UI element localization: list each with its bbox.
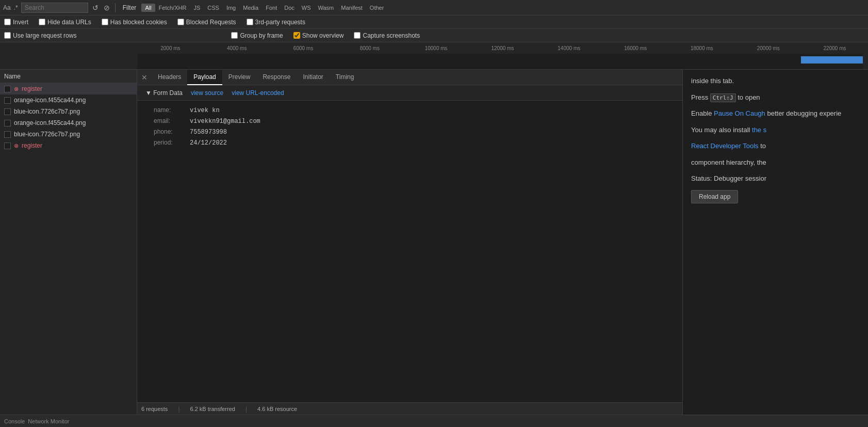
request-items: ⊗registerorange-icon.f455ca44.pngblue-ic… — [0, 83, 137, 415]
view-url-encoded-link[interactable]: view URL-encoded — [232, 89, 284, 97]
filter-type-css[interactable]: CSS — [204, 4, 223, 12]
timeline-label: 22000 ms — [801, 45, 868, 51]
request-item[interactable]: orange-icon.f455ca44.png — [0, 94, 137, 106]
form-data-rows: name: vivek knemail: vivekkn91@gmail.com… — [137, 101, 682, 152]
request-name: blue-icon.7726c7b7.png — [14, 108, 80, 115]
view-source-link[interactable]: view source — [191, 89, 223, 97]
filter-type-fetch/xhr[interactable]: Fetch/XHR — [155, 4, 190, 12]
use-large-rows-label: Use large request rows — [13, 32, 76, 39]
tab-headers[interactable]: Headers — [152, 70, 187, 85]
use-large-rows-checkbox[interactable] — [4, 32, 11, 39]
request-item[interactable]: ⊗register — [0, 83, 137, 94]
tab-close-button[interactable]: ✕ — [137, 72, 152, 83]
filter-type-wasm[interactable]: Wasm — [315, 4, 338, 12]
aa-label: Aa — [3, 4, 11, 11]
has-blocked-cookies-label: Has blocked cookies — [110, 19, 167, 26]
third-party-label: 3rd-party requests — [255, 19, 305, 26]
form-value: 24/12/2022 — [190, 139, 227, 147]
timeline-container: 2000 ms4000 ms6000 ms8000 ms10000 ms1200… — [0, 42, 868, 70]
timeline-label: 8000 ms — [336, 45, 403, 51]
request-checkbox[interactable] — [4, 97, 11, 104]
request-item[interactable]: blue-icon.7726c7b7.png — [0, 106, 137, 117]
form-value: vivekkn91@gmail.com — [190, 118, 260, 125]
error-icon: ⊗ — [14, 86, 19, 92]
tab-response[interactable]: Response — [256, 70, 297, 85]
react-link[interactable]: the s — [752, 126, 766, 134]
filter-type-media[interactable]: Media — [239, 4, 262, 12]
filter-type-manifest[interactable]: Manifest — [337, 4, 366, 12]
hide-data-urls-checkbox[interactable] — [39, 19, 45, 25]
invert-checkbox[interactable] — [4, 19, 11, 25]
form-key: period: — [154, 139, 190, 146]
form-data-row: name: vivek kn — [137, 105, 682, 116]
pause-on-caught-link[interactable]: Pause On Caugh — [714, 109, 765, 117]
filter-type-ws[interactable]: WS — [298, 4, 315, 12]
group-by-frame-checkbox[interactable] — [231, 32, 238, 39]
use-large-rows-checkbox-label[interactable]: Use large request rows — [4, 32, 76, 39]
timeline-label: 2000 ms — [137, 45, 204, 51]
form-data-toggle[interactable]: ▼ Form Data — [145, 89, 183, 97]
invert-label: Invert — [13, 19, 28, 26]
tab-preview[interactable]: Preview — [222, 70, 257, 85]
form-value: 7558973998 — [190, 129, 227, 136]
capture-screenshots-checkbox[interactable] — [354, 32, 361, 39]
hide-data-urls-checkbox-label[interactable]: Hide data URLs — [39, 19, 91, 26]
main-area: Name ⊗registerorange-icon.f455ca44.pngbl… — [0, 70, 868, 415]
form-data-row: period: 24/12/2022 — [137, 137, 682, 148]
timeline-labels: 2000 ms4000 ms6000 ms8000 ms10000 ms1200… — [0, 42, 868, 54]
press-text: Press — [691, 93, 710, 101]
request-checkbox[interactable] — [4, 86, 11, 92]
intro-text: inside this tab. — [691, 77, 734, 85]
request-checkbox[interactable] — [4, 120, 11, 126]
third-party-checkbox-label[interactable]: 3rd-party requests — [247, 19, 305, 26]
has-blocked-cookies-checkbox[interactable] — [102, 19, 108, 25]
filter-type-other[interactable]: Other — [366, 4, 388, 12]
timeline-progress — [801, 56, 863, 64]
react-developer-tools-link[interactable]: React Developer Tools — [691, 142, 759, 150]
request-item[interactable]: blue-icon.7726c7b7.png — [0, 129, 137, 140]
filter-type-img[interactable]: Img — [223, 4, 239, 12]
sidebar-react-tools: React Developer Tools to — [691, 141, 860, 151]
request-list-name-header: Name — [4, 73, 21, 80]
capture-screenshots-checkbox-label[interactable]: Capture screenshots — [354, 32, 420, 39]
requests-count: 6 requests — [141, 406, 168, 412]
has-blocked-cookies-checkbox-label[interactable]: Has blocked cookies — [102, 19, 167, 26]
component-text: component hierarchy, the — [691, 159, 766, 166]
error-icon: ⊗ — [14, 143, 19, 149]
filter-type-js[interactable]: JS — [190, 4, 204, 12]
search-input[interactable] — [21, 3, 88, 13]
timeline-label: 16000 ms — [602, 45, 669, 51]
filter-type-all[interactable]: All — [141, 4, 155, 12]
show-overview-checkbox-label[interactable]: Show overview — [293, 32, 344, 39]
third-party-checkbox[interactable] — [247, 19, 253, 25]
network-tab[interactable]: Network Monitor — [28, 418, 69, 424]
timeline-label: 14000 ms — [536, 45, 602, 51]
request-checkbox[interactable] — [4, 143, 11, 149]
blocked-requests-checkbox[interactable] — [177, 19, 184, 25]
filter-type-font[interactable]: Font — [262, 4, 281, 12]
console-tab[interactable]: Console — [4, 418, 25, 424]
request-checkbox[interactable] — [4, 108, 11, 115]
group-by-frame-label: Group by frame — [240, 32, 283, 39]
checkboxes-row-2: Use large request rows Group by frame Sh… — [0, 29, 868, 42]
request-checkbox[interactable] — [4, 131, 11, 138]
request-name: register — [22, 142, 42, 149]
group-by-frame-checkbox-label[interactable]: Group by frame — [231, 32, 283, 39]
block-icon-btn[interactable]: ⊘ — [103, 3, 111, 12]
reload-icon-btn[interactable]: ↺ — [91, 3, 100, 12]
filter-type-doc[interactable]: Doc — [281, 4, 298, 12]
tab-initiator[interactable]: Initiator — [297, 70, 329, 85]
blocked-requests-checkbox-label[interactable]: Blocked Requests — [177, 19, 236, 26]
tab-payload[interactable]: Payload — [187, 70, 222, 85]
request-item[interactable]: ⊗register — [0, 140, 137, 151]
detail-panel: ✕ HeadersPayloadPreviewResponseInitiator… — [137, 70, 682, 415]
reload-app-button[interactable]: Reload app — [691, 190, 738, 203]
filter-label: Filter — [123, 4, 137, 11]
tab-timing[interactable]: Timing — [330, 70, 361, 85]
show-overview-label: Show overview — [302, 32, 344, 39]
show-overview-checkbox[interactable] — [293, 32, 300, 39]
ctrl-j-kbd: Ctrl⇧J — [710, 93, 736, 102]
form-data-row: phone: 7558973998 — [137, 126, 682, 137]
request-item[interactable]: orange-icon.f455ca44.png — [0, 117, 137, 129]
invert-checkbox-label[interactable]: Invert — [4, 19, 28, 26]
